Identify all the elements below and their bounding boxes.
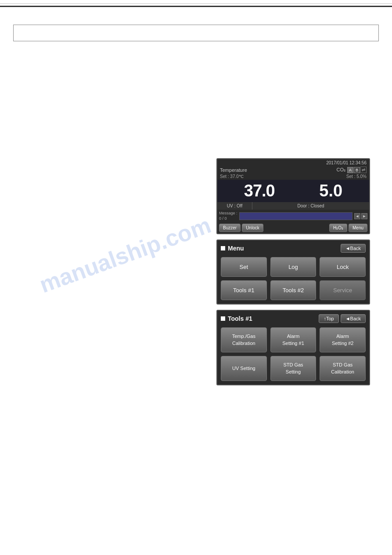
badge-b: B <box>354 167 360 173</box>
tools1-top-button[interactable]: ↑Top <box>319 314 338 323</box>
tools1-title-square-icon <box>221 316 225 321</box>
buzzer-button[interactable]: Buzzer <box>219 224 241 232</box>
menu-service-button: Service <box>320 280 366 300</box>
tools1-temp-gas-cal-button[interactable]: Temp./GasCalibration <box>221 327 267 352</box>
set-co2-label: Set : 5.0% <box>346 174 367 179</box>
menu-panel-header: Menu ◄Back <box>221 244 366 253</box>
menu-log-button[interactable]: Log <box>270 257 316 277</box>
message-prev-btn[interactable]: ◄ <box>354 213 360 219</box>
menu-grid: Set Log Lock Tools #1 Tools #2 Service <box>221 257 366 300</box>
menu-set-button[interactable]: Set <box>221 257 267 277</box>
tools1-back-button[interactable]: ◄Back <box>341 314 366 323</box>
tools1-std-gas-cal-button[interactable]: STD GasCalibration <box>320 356 366 381</box>
uv-status: UV : Off <box>217 202 252 210</box>
door-status: Door : Closed <box>252 202 369 210</box>
menu-lock-button[interactable]: Lock <box>320 257 366 277</box>
tools1-panel-title: Tools #1 <box>221 315 252 322</box>
message-next-btn[interactable]: ► <box>361 213 367 219</box>
temperature-value: 37.0 <box>244 181 275 200</box>
right-panel: 2017/01/01 12:34:56 Temperature CO₂ A B … <box>216 158 370 385</box>
message-row: Message : 0 / 0 ◄ ► <box>217 210 369 222</box>
menu-back-button[interactable]: ◄Back <box>341 244 366 253</box>
ab-badge-area: A B ⇌ <box>347 167 367 173</box>
tools1-header-buttons: ↑Top ◄Back <box>319 314 366 323</box>
tools1-uv-setting-button[interactable]: UV Setting <box>221 356 267 381</box>
screen-values-row: 37.0 5.0 <box>217 180 369 202</box>
menu-button[interactable]: Menu <box>349 224 367 232</box>
message-label: Message : 0 / 0 <box>219 211 237 221</box>
tools1-panel: Tools #1 ↑Top ◄Back Temp./GasCalibration… <box>216 310 370 385</box>
h2o2-button[interactable]: H₂O₂ <box>329 224 347 232</box>
tools1-alarm-setting2-button[interactable]: AlarmSetting #2 <box>320 327 366 352</box>
tools1-alarm-setting1-button[interactable]: AlarmSetting #1 <box>270 327 316 352</box>
screen-set-row: Set : 37.0℃ Set : 5.0% <box>217 174 369 180</box>
main-display-screen: 2017/01/01 12:34:56 Temperature CO₂ A B … <box>216 158 370 234</box>
co2-label-area: CO₂ A B ⇌ <box>336 167 367 173</box>
menu-panel-title: Menu <box>221 245 244 252</box>
screen-bottom-buttons: Buzzer Unlock H₂O₂ Menu <box>217 222 369 233</box>
top-thin-line <box>0 4 392 4</box>
menu-panel: Menu ◄Back Set Log Lock Tools #1 Tools #… <box>216 239 370 305</box>
co2-value: 5.0 <box>319 181 342 200</box>
message-box <box>239 212 352 220</box>
badge-arrow: ⇌ <box>360 167 367 173</box>
menu-tools2-button[interactable]: Tools #2 <box>270 280 316 300</box>
empty-content-box <box>13 25 379 41</box>
temp-label-area: Temperature <box>220 167 247 173</box>
badge-a: A <box>347 167 353 173</box>
top-thick-line <box>0 6 392 7</box>
screen-labels-row: Temperature CO₂ A B ⇌ <box>217 166 369 174</box>
menu-tools1-button[interactable]: Tools #1 <box>221 280 267 300</box>
co2-label: CO₂ <box>336 167 345 173</box>
uv-door-row: UV : Off Door : Closed <box>217 202 369 210</box>
watermark: manualship.com <box>36 212 214 298</box>
screen-datetime: 2017/01/01 12:34:56 <box>217 159 369 166</box>
tools1-grid: Temp./GasCalibration AlarmSetting #1 Ala… <box>221 327 366 381</box>
message-arrows: ◄ ► <box>354 213 367 219</box>
menu-title-square-icon <box>221 246 225 250</box>
tools1-panel-header: Tools #1 ↑Top ◄Back <box>221 314 366 323</box>
tools1-std-gas-setting-button[interactable]: STD GasSetting <box>270 356 316 381</box>
page-header <box>0 0 392 7</box>
temperature-label: Temperature <box>220 167 247 173</box>
unlock-button[interactable]: Unlock <box>242 224 263 232</box>
set-temp-label: Set : 37.0℃ <box>220 174 244 179</box>
